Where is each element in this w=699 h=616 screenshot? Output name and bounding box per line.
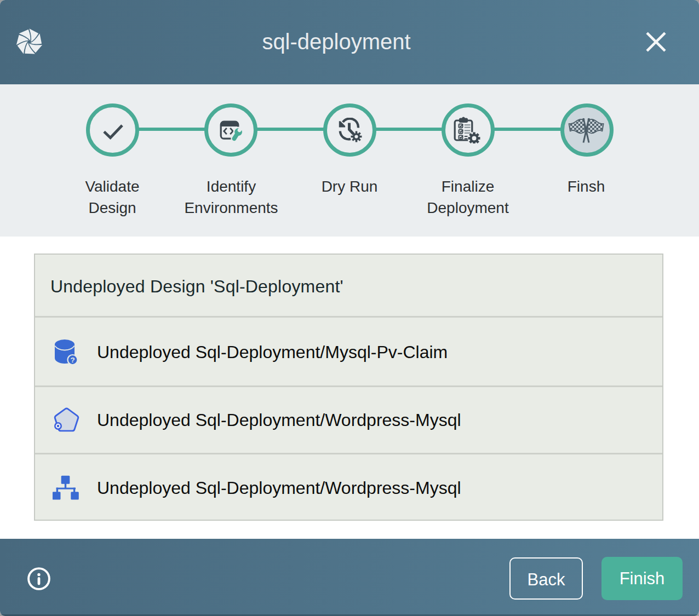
- svg-text:?: ?: [70, 356, 75, 364]
